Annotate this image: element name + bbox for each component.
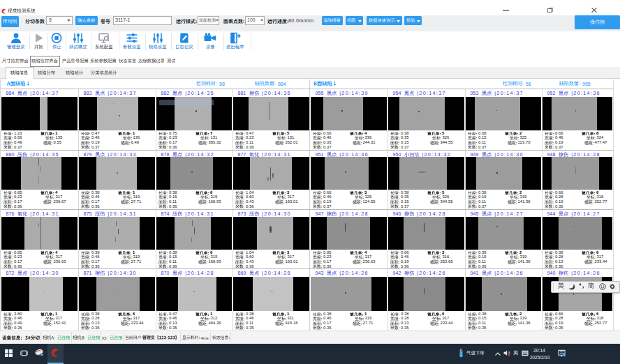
svg-text:6: 6 [563,354,565,356]
